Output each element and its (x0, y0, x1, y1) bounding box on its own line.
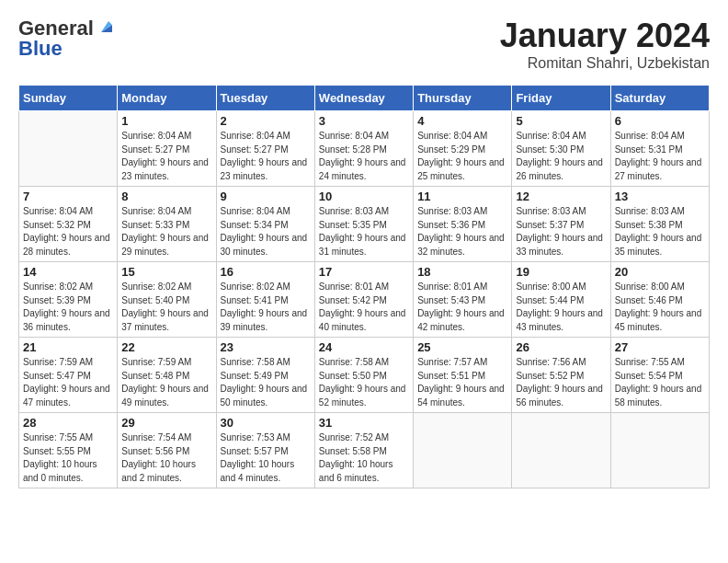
day-number: 18 (417, 265, 507, 279)
calendar-cell (414, 413, 512, 488)
calendar-cell: 14Sunrise: 8:02 AMSunset: 5:39 PMDayligh… (19, 262, 118, 338)
day-number: 12 (516, 190, 606, 203)
calendar-cell (512, 413, 610, 488)
calendar-cell: 15Sunrise: 8:02 AMSunset: 5:40 PMDayligh… (118, 262, 216, 338)
calendar-cell (610, 413, 709, 488)
day-number: 22 (121, 340, 211, 354)
calendar-cell: 2Sunrise: 8:04 AMSunset: 5:27 PMDaylight… (216, 111, 314, 187)
calendar-cell: 25Sunrise: 7:57 AMSunset: 5:51 PMDayligh… (414, 338, 512, 413)
calendar-week-4: 21Sunrise: 7:59 AMSunset: 5:47 PMDayligh… (19, 338, 710, 413)
day-number: 23 (221, 340, 311, 354)
day-detail: Sunrise: 7:52 AMSunset: 5:58 PMDaylight:… (319, 431, 409, 485)
weekday-header-thursday: Thursday (414, 86, 512, 111)
day-number: 8 (121, 190, 211, 203)
day-detail: Sunrise: 8:04 AMSunset: 5:31 PMDaylight:… (615, 130, 705, 183)
calendar-cell: 18Sunrise: 8:01 AMSunset: 5:43 PMDayligh… (414, 262, 512, 338)
day-detail: Sunrise: 7:58 AMSunset: 5:49 PMDaylight:… (221, 356, 311, 409)
calendar-cell: 31Sunrise: 7:52 AMSunset: 5:58 PMDayligh… (314, 413, 413, 488)
day-number: 15 (121, 265, 211, 279)
day-number: 1 (121, 114, 211, 128)
day-detail: Sunrise: 8:03 AMSunset: 5:35 PMDaylight:… (319, 205, 409, 259)
calendar-cell: 16Sunrise: 8:02 AMSunset: 5:41 PMDayligh… (216, 262, 314, 338)
day-number: 26 (516, 340, 606, 354)
calendar-cell: 24Sunrise: 7:58 AMSunset: 5:50 PMDayligh… (314, 338, 413, 413)
calendar-cell: 7Sunrise: 8:04 AMSunset: 5:32 PMDaylight… (19, 187, 118, 262)
calendar-cell: 1Sunrise: 8:04 AMSunset: 5:27 PMDaylight… (118, 111, 216, 187)
calendar-week-3: 14Sunrise: 8:02 AMSunset: 5:39 PMDayligh… (19, 262, 710, 338)
day-detail: Sunrise: 7:57 AMSunset: 5:51 PMDaylight:… (417, 356, 507, 409)
calendar-week-1: 1Sunrise: 8:04 AMSunset: 5:27 PMDaylight… (19, 111, 710, 187)
day-number: 20 (615, 265, 705, 279)
day-detail: Sunrise: 8:00 AMSunset: 5:44 PMDaylight:… (516, 281, 606, 334)
calendar-cell: 27Sunrise: 7:55 AMSunset: 5:54 PMDayligh… (610, 338, 709, 413)
day-number: 25 (417, 340, 507, 354)
day-detail: Sunrise: 8:00 AMSunset: 5:46 PMDaylight:… (615, 281, 705, 334)
weekday-header-saturday: Saturday (610, 86, 709, 111)
calendar-cell: 29Sunrise: 7:54 AMSunset: 5:56 PMDayligh… (118, 413, 216, 488)
day-number: 21 (23, 340, 113, 354)
day-detail: Sunrise: 7:59 AMSunset: 5:48 PMDaylight:… (121, 356, 211, 409)
day-detail: Sunrise: 8:01 AMSunset: 5:43 PMDaylight:… (417, 281, 507, 334)
calendar-cell: 11Sunrise: 8:03 AMSunset: 5:36 PMDayligh… (414, 187, 512, 262)
weekday-header-row: SundayMondayTuesdayWednesdayThursdayFrid… (19, 86, 710, 111)
day-detail: Sunrise: 7:56 AMSunset: 5:52 PMDaylight:… (516, 356, 606, 409)
calendar-cell: 12Sunrise: 8:03 AMSunset: 5:37 PMDayligh… (512, 187, 610, 262)
day-detail: Sunrise: 8:01 AMSunset: 5:42 PMDaylight:… (319, 281, 409, 334)
day-detail: Sunrise: 8:02 AMSunset: 5:40 PMDaylight:… (121, 281, 211, 334)
day-detail: Sunrise: 8:04 AMSunset: 5:27 PMDaylight:… (221, 130, 311, 183)
weekday-header-sunday: Sunday (19, 86, 118, 111)
calendar-cell: 20Sunrise: 8:00 AMSunset: 5:46 PMDayligh… (610, 262, 709, 338)
day-number: 24 (319, 340, 409, 354)
header: General Blue January 2024 Romitan Shahri… (18, 17, 710, 72)
day-number: 5 (516, 114, 606, 128)
day-number: 28 (23, 416, 113, 430)
weekday-header-tuesday: Tuesday (216, 86, 314, 111)
day-number: 27 (615, 340, 705, 354)
logo-icon (96, 16, 116, 36)
calendar-cell: 4Sunrise: 8:04 AMSunset: 5:29 PMDaylight… (414, 111, 512, 187)
month-title: January 2024 (500, 17, 710, 55)
day-detail: Sunrise: 8:04 AMSunset: 5:34 PMDaylight:… (221, 205, 311, 259)
day-number: 16 (221, 265, 311, 279)
calendar-cell: 13Sunrise: 8:03 AMSunset: 5:38 PMDayligh… (610, 187, 709, 262)
calendar-cell: 8Sunrise: 8:04 AMSunset: 5:33 PMDaylight… (118, 187, 216, 262)
day-number: 7 (23, 190, 113, 203)
calendar-cell: 22Sunrise: 7:59 AMSunset: 5:48 PMDayligh… (118, 338, 216, 413)
calendar-cell: 21Sunrise: 7:59 AMSunset: 5:47 PMDayligh… (19, 338, 118, 413)
weekday-header-monday: Monday (118, 86, 216, 111)
day-number: 30 (221, 416, 311, 430)
day-number: 29 (121, 416, 211, 430)
day-detail: Sunrise: 8:04 AMSunset: 5:28 PMDaylight:… (319, 130, 409, 183)
day-detail: Sunrise: 7:54 AMSunset: 5:56 PMDaylight:… (121, 431, 211, 485)
day-number: 31 (319, 416, 409, 430)
calendar-cell: 28Sunrise: 7:55 AMSunset: 5:55 PMDayligh… (19, 413, 118, 488)
day-detail: Sunrise: 8:03 AMSunset: 5:38 PMDaylight:… (615, 205, 705, 259)
day-number: 11 (417, 190, 507, 203)
day-number: 6 (615, 114, 705, 128)
day-number: 14 (23, 265, 113, 279)
day-number: 9 (221, 190, 311, 203)
day-detail: Sunrise: 8:03 AMSunset: 5:37 PMDaylight:… (516, 205, 606, 259)
day-detail: Sunrise: 7:55 AMSunset: 5:55 PMDaylight:… (23, 431, 113, 485)
weekday-header-friday: Friday (512, 86, 610, 111)
day-number: 3 (319, 114, 409, 128)
calendar-cell: 23Sunrise: 7:58 AMSunset: 5:49 PMDayligh… (216, 338, 314, 413)
day-number: 19 (516, 265, 606, 279)
day-detail: Sunrise: 8:04 AMSunset: 5:30 PMDaylight:… (516, 130, 606, 183)
weekday-header-wednesday: Wednesday (314, 86, 413, 111)
location: Romitan Shahri, Uzbekistan (500, 55, 710, 72)
day-number: 10 (319, 190, 409, 203)
logo: General Blue (18, 17, 116, 61)
day-number: 13 (615, 190, 705, 203)
day-detail: Sunrise: 7:53 AMSunset: 5:57 PMDaylight:… (221, 431, 311, 485)
title-section: January 2024 Romitan Shahri, Uzbekistan (500, 17, 710, 72)
calendar-cell: 3Sunrise: 8:04 AMSunset: 5:28 PMDaylight… (314, 111, 413, 187)
day-detail: Sunrise: 8:02 AMSunset: 5:39 PMDaylight:… (23, 281, 113, 334)
day-detail: Sunrise: 8:04 AMSunset: 5:29 PMDaylight:… (417, 130, 507, 183)
calendar-week-5: 28Sunrise: 7:55 AMSunset: 5:55 PMDayligh… (19, 413, 710, 488)
day-detail: Sunrise: 7:59 AMSunset: 5:47 PMDaylight:… (23, 356, 113, 409)
calendar-cell: 5Sunrise: 8:04 AMSunset: 5:30 PMDaylight… (512, 111, 610, 187)
calendar-cell: 30Sunrise: 7:53 AMSunset: 5:57 PMDayligh… (216, 413, 314, 488)
day-number: 4 (417, 114, 507, 128)
calendar-cell: 6Sunrise: 8:04 AMSunset: 5:31 PMDaylight… (610, 111, 709, 187)
